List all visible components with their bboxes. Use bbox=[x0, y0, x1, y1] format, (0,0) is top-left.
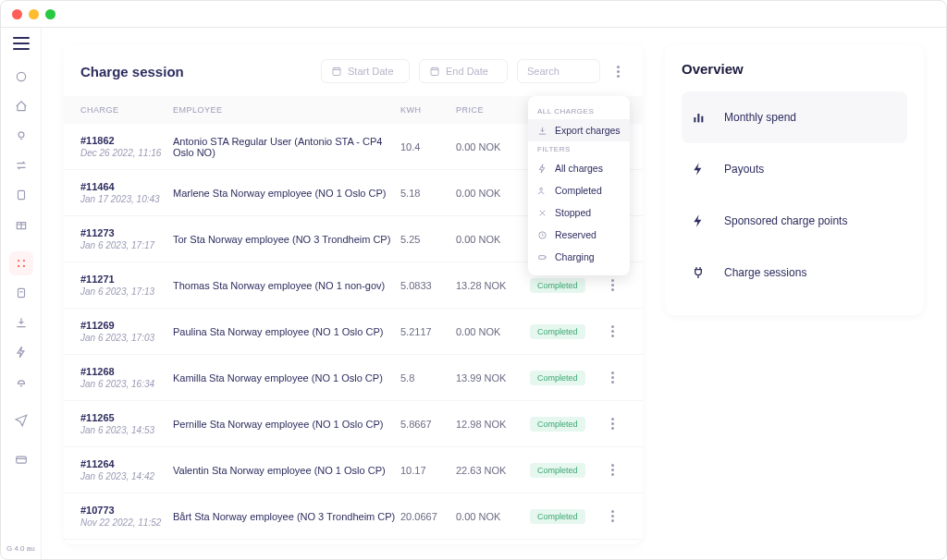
price-value: 13.99 NOK bbox=[456, 372, 530, 383]
maximize-window-dot[interactable] bbox=[45, 9, 55, 19]
overview-title: Overview bbox=[682, 61, 907, 77]
column-charge: CHARGE bbox=[80, 105, 173, 115]
kwh-value: 10.17 bbox=[400, 465, 456, 476]
dropdown-export-charges[interactable]: Export charges bbox=[528, 119, 630, 141]
panel-dropdown: ALL CHARGES Export charges FILTERS All c… bbox=[528, 96, 630, 275]
nav-download-icon[interactable] bbox=[9, 310, 33, 335]
table-row[interactable]: #11269Jan 6 2023, 17:03Paulina Sta Norwa… bbox=[64, 309, 643, 355]
dropdown-filter-charging[interactable]: Charging bbox=[528, 246, 630, 268]
column-employee: EMPLOYEE bbox=[173, 105, 400, 115]
overview-panel: Overview Monthly spend Payouts Sponsored… bbox=[665, 44, 924, 315]
charge-id: #11265 bbox=[80, 412, 173, 423]
employee-name: Tor Sta Norway employee (NO 3 Trondheim … bbox=[173, 234, 400, 245]
close-window-dot[interactable] bbox=[12, 9, 22, 19]
svg-rect-16 bbox=[697, 114, 699, 122]
x-icon bbox=[537, 208, 547, 218]
nav-bell-icon[interactable] bbox=[9, 370, 33, 394]
charge-date: Jan 6 2023, 16:34 bbox=[80, 379, 173, 389]
nav-transfer-icon[interactable] bbox=[9, 153, 33, 177]
dropdown-filter-all[interactable]: All charges bbox=[528, 157, 630, 179]
nav-clipboard-icon[interactable] bbox=[9, 183, 33, 207]
svg-rect-17 bbox=[701, 116, 703, 123]
overview-sponsored[interactable]: Sponsored charge points bbox=[682, 195, 907, 247]
charge-date: Jan 6 2023, 14:53 bbox=[80, 425, 173, 435]
price-value: 0.00 NOK bbox=[456, 141, 530, 152]
overview-charge-sessions[interactable]: Charge sessions bbox=[682, 247, 907, 298]
row-menu-button[interactable] bbox=[604, 367, 621, 389]
panel-menu-button[interactable] bbox=[609, 60, 626, 82]
row-menu-button[interactable] bbox=[604, 459, 621, 481]
dropdown-group-filters: FILTERS bbox=[528, 141, 630, 157]
charge-date: Jan 6 2023, 17:13 bbox=[80, 286, 173, 297]
row-menu-button[interactable] bbox=[604, 413, 621, 435]
nav-refresh-icon[interactable] bbox=[9, 65, 33, 89]
charge-id: #11269 bbox=[80, 320, 173, 331]
employee-name: Thomas Sta Norway employee (NO 1 non-gov… bbox=[173, 280, 400, 291]
dropdown-filter-reserved[interactable]: Reserved bbox=[528, 224, 630, 246]
price-value: 0.00 NOK bbox=[456, 326, 530, 337]
charge-id: #10773 bbox=[80, 505, 173, 516]
row-menu-button[interactable] bbox=[604, 505, 621, 528]
price-value: 13.28 NOK bbox=[456, 280, 530, 291]
price-value: 12.98 NOK bbox=[456, 419, 530, 430]
sidebar: G 4.0 au bbox=[1, 28, 42, 560]
price-value: 0.00 NOK bbox=[456, 234, 530, 245]
dropdown-group-all: ALL CHARGES bbox=[528, 103, 630, 119]
table-row[interactable]: #11265Jan 6 2023, 14:53Pernille Sta Norw… bbox=[64, 401, 643, 447]
svg-rect-9 bbox=[16, 457, 26, 463]
end-date-input[interactable]: End Date bbox=[419, 59, 508, 83]
svg-point-0 bbox=[17, 72, 25, 80]
employee-name: Pernille Sta Norway employee (NO 1 Oslo … bbox=[173, 419, 400, 430]
status-badge: Completed bbox=[530, 371, 585, 385]
status-badge: Completed bbox=[530, 278, 585, 293]
table-row[interactable]: #11268Jan 6 2023, 16:34Kamilla Sta Norwa… bbox=[64, 355, 643, 401]
nav-send-icon[interactable] bbox=[9, 408, 33, 432]
charge-date: Jan 6 2023, 14:42 bbox=[80, 471, 173, 481]
price-value: 0.00 NOK bbox=[456, 511, 530, 522]
svg-point-5 bbox=[22, 260, 24, 262]
employee-name: Marlene Sta Norway employee (NO 1 Oslo C… bbox=[173, 188, 400, 199]
minimize-window-dot[interactable] bbox=[29, 9, 39, 19]
nav-calc-icon[interactable] bbox=[9, 281, 33, 305]
overview-payouts[interactable]: Payouts bbox=[682, 143, 907, 195]
nav-bolt-icon[interactable] bbox=[9, 340, 33, 364]
start-date-input[interactable]: Start Date bbox=[321, 59, 410, 83]
nav-bulb-icon[interactable] bbox=[9, 124, 33, 148]
employee-name: Paulina Sta Norway employee (NO 1 Oslo C… bbox=[173, 326, 400, 337]
bolt-icon bbox=[685, 208, 711, 234]
nav-card-icon[interactable] bbox=[9, 447, 33, 471]
clock-icon bbox=[537, 230, 547, 240]
svg-point-1 bbox=[18, 132, 24, 138]
charge-date: Nov 22 2022, 11:52 bbox=[80, 517, 173, 528]
charge-date: Jan 6 2023, 17:03 bbox=[80, 333, 173, 343]
nav-grid-icon[interactable] bbox=[9, 251, 33, 275]
download-icon bbox=[537, 126, 547, 136]
kwh-value: 10.4 bbox=[400, 141, 456, 152]
nav-home-icon[interactable] bbox=[9, 94, 33, 118]
row-menu-button[interactable] bbox=[604, 321, 621, 343]
charge-id: #11271 bbox=[80, 274, 173, 285]
overview-monthly-spend[interactable]: Monthly spend bbox=[682, 91, 907, 143]
charge-date: Dec 26 2022, 11:16 bbox=[80, 148, 173, 158]
table-row[interactable]: #11264Jan 6 2023, 14:42Valentin Sta Norw… bbox=[64, 447, 643, 493]
svg-point-7 bbox=[22, 265, 24, 267]
row-menu-button[interactable] bbox=[604, 274, 621, 297]
table-row[interactable]: #10773Nov 22 2022, 11:52Bårt Sta Norway … bbox=[64, 493, 643, 540]
svg-rect-11 bbox=[431, 68, 438, 76]
svg-rect-2 bbox=[18, 190, 24, 199]
kwh-value: 20.0667 bbox=[400, 511, 456, 522]
charge-session-panel: Charge session Start Date End Date Searc… bbox=[64, 44, 643, 544]
price-value: 22.63 NOK bbox=[456, 465, 530, 476]
nav-gift-icon[interactable] bbox=[9, 213, 33, 237]
dropdown-filter-stopped[interactable]: Stopped bbox=[528, 201, 630, 224]
search-input[interactable]: Search bbox=[517, 59, 600, 83]
sidebar-footer: G 4.0 au bbox=[1, 544, 41, 560]
dropdown-filter-completed[interactable]: Completed bbox=[528, 179, 630, 201]
kwh-value: 5.0833 bbox=[400, 280, 456, 291]
employee-name: Antonio STA Regular User (Antonio STA - … bbox=[173, 136, 400, 158]
kwh-value: 5.2117 bbox=[400, 326, 456, 337]
employee-name: Valentin Sta Norway employee (NO 1 Oslo … bbox=[173, 465, 400, 476]
calendar-icon bbox=[429, 66, 440, 77]
price-value: 0.00 NOK bbox=[456, 188, 530, 199]
hamburger-menu[interactable] bbox=[13, 37, 30, 50]
